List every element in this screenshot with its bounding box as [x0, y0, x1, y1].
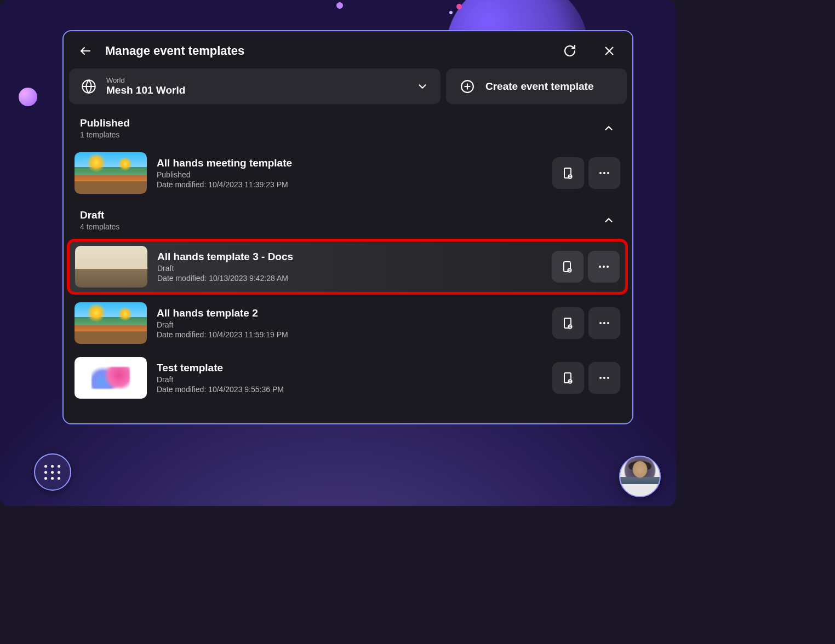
back-button[interactable] [79, 44, 92, 58]
create-template-button[interactable]: Create event template [446, 68, 627, 104]
dot-decor [456, 4, 462, 9]
template-title: All hands template 3 - Docs [157, 251, 542, 263]
device-button[interactable] [552, 307, 584, 339]
section-header-text: Published 1 templates [80, 117, 603, 139]
template-text: Test template Draft Date modified: 10/4/… [157, 362, 542, 394]
panel-title: Manage event templates [105, 44, 538, 58]
apps-grid-icon [44, 465, 61, 480]
template-title: Test template [157, 362, 542, 374]
section-subtitle: 4 templates [80, 222, 603, 231]
template-row[interactable]: All hands template 3 - Docs Draft Date m… [68, 240, 627, 294]
section-title: Published [80, 117, 603, 129]
svg-point-12 [607, 172, 609, 174]
mesh-logo-icon [91, 367, 130, 389]
section-title: Draft [80, 209, 603, 221]
template-title: All hands template 2 [157, 307, 542, 319]
avatar-button[interactable] [619, 456, 661, 497]
template-date: Date modified: 10/4/2023 11:59:19 PM [157, 330, 542, 339]
section-subtitle: 1 templates [80, 130, 603, 139]
svg-point-30 [607, 377, 609, 379]
template-status: Draft [157, 264, 542, 273]
template-thumbnail [75, 246, 147, 288]
planet-decor [19, 88, 37, 106]
device-button[interactable] [552, 157, 584, 189]
plus-circle-icon [460, 79, 474, 94]
template-date: Date modified: 10/13/2023 9:42:28 AM [157, 274, 542, 283]
chevron-up-icon [603, 214, 615, 226]
template-text: All hands template 2 Draft Date modified… [157, 307, 542, 339]
template-row[interactable]: All hands meeting template Published Dat… [68, 147, 627, 199]
globe-icon [81, 79, 96, 94]
chevron-up-icon [603, 122, 615, 134]
template-text: All hands template 3 - Docs Draft Date m… [157, 251, 542, 283]
world-selector[interactable]: World Mesh 101 World [69, 68, 441, 104]
close-button[interactable] [602, 43, 617, 59]
create-template-label: Create event template [485, 81, 593, 93]
template-actions [552, 362, 620, 394]
section-header[interactable]: Draft 4 templates [66, 202, 629, 237]
template-status: Published [157, 170, 542, 179]
template-date: Date modified: 10/4/2023 11:39:23 PM [157, 180, 542, 189]
template-actions [552, 157, 620, 189]
template-row[interactable]: All hands template 2 Draft Date modified… [68, 297, 627, 349]
template-thumbnail [75, 302, 147, 344]
svg-point-10 [599, 172, 602, 174]
template-date: Date modified: 10/4/2023 9:55:36 PM [157, 385, 542, 394]
top-controls: World Mesh 101 World Create event templa… [64, 68, 632, 110]
template-status: Draft [157, 375, 542, 384]
chevron-down-icon [416, 81, 428, 93]
svg-point-16 [599, 266, 601, 268]
more-button[interactable] [588, 251, 620, 283]
panel-header: Manage event templates [64, 31, 632, 68]
template-actions [552, 251, 620, 283]
svg-point-17 [603, 266, 605, 268]
section-header[interactable]: Published 1 templates [66, 110, 629, 145]
more-button[interactable] [588, 157, 620, 189]
svg-point-23 [603, 322, 605, 324]
template-status: Draft [157, 320, 542, 329]
template-text: All hands meeting template Published Dat… [157, 157, 542, 189]
more-button[interactable] [588, 307, 620, 339]
template-row[interactable]: Test template Draft Date modified: 10/4/… [68, 352, 627, 404]
template-thumbnail [75, 357, 147, 399]
more-button[interactable] [588, 362, 620, 394]
svg-point-24 [607, 322, 609, 324]
svg-point-28 [599, 377, 602, 379]
section-header-text: Draft 4 templates [80, 209, 603, 231]
template-list: Published 1 templates All hands meeting … [64, 110, 632, 423]
world-value: Mesh 101 World [106, 84, 407, 96]
template-actions [552, 307, 620, 339]
svg-point-29 [603, 377, 605, 379]
refresh-button[interactable] [562, 43, 577, 59]
apps-menu-button[interactable] [34, 453, 71, 491]
svg-point-11 [603, 172, 605, 174]
device-button[interactable] [552, 362, 584, 394]
manage-templates-panel: Manage event templates World Mesh 101 Wo… [62, 30, 633, 424]
template-thumbnail [75, 152, 147, 194]
device-button[interactable] [552, 251, 584, 283]
avatar-icon [620, 457, 660, 496]
dot-decor [449, 11, 453, 14]
dot-decor [336, 2, 343, 9]
svg-point-22 [599, 322, 602, 324]
world-selector-text: World Mesh 101 World [106, 76, 407, 96]
world-label: World [106, 76, 407, 84]
svg-point-18 [607, 266, 609, 268]
template-title: All hands meeting template [157, 157, 542, 169]
